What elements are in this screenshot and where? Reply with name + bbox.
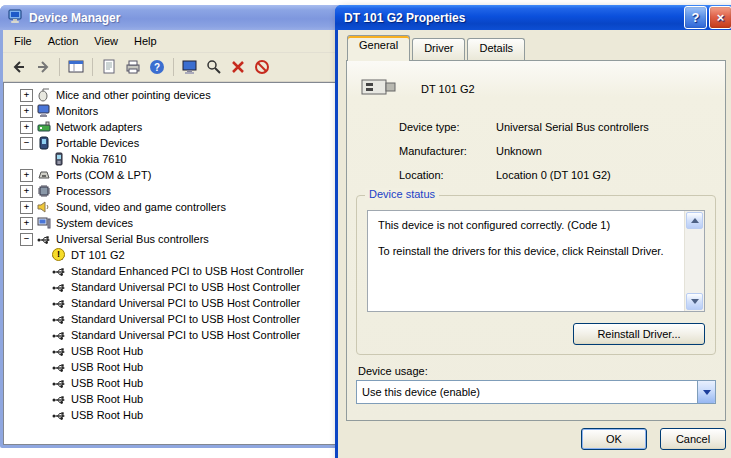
- menu-item-view[interactable]: View: [86, 32, 126, 50]
- device-field: Device type:Universal Serial Bus control…: [399, 121, 715, 133]
- menu-item-help[interactable]: Help: [126, 32, 165, 50]
- tree-item-label: Sound, video and game controllers: [56, 201, 226, 213]
- combobox-dropdown-button[interactable]: [697, 381, 715, 403]
- usb-icon: [52, 392, 66, 406]
- dialog-body: GeneralDriverDetails DT 101 G2 Device ty…: [338, 30, 731, 458]
- device-name: DT 101 G2: [421, 83, 475, 95]
- usb-icon: [52, 360, 66, 374]
- device-status-box: This device is not configured correctly.…: [367, 210, 705, 312]
- status-line: To reinstall the drivers for this device…: [378, 245, 678, 258]
- print-icon[interactable]: [122, 56, 144, 78]
- tree-item-label: Mice and other pointing devices: [56, 89, 211, 101]
- expand-icon[interactable]: +: [20, 89, 33, 102]
- properties-icon[interactable]: [98, 56, 120, 78]
- field-value: Unknown: [496, 145, 542, 157]
- network-icon: [37, 120, 51, 134]
- device-field: Manufacturer:Unknown: [399, 145, 715, 157]
- dialog-titlebar[interactable]: DT 101 G2 Properties ? ×: [335, 5, 731, 30]
- device-status-group: Device status This device is not configu…: [356, 195, 716, 355]
- console-window-icon[interactable]: [65, 56, 87, 78]
- device-usage-label: Device usage:: [358, 365, 428, 377]
- usb-icon: !: [52, 248, 66, 262]
- tab-general[interactable]: General: [347, 35, 410, 61]
- toolbar-separator: [59, 58, 60, 76]
- help-icon[interactable]: ?: [146, 56, 168, 78]
- uninstall-icon[interactable]: [227, 56, 249, 78]
- dialog-title: DT 101 G2 Properties: [344, 11, 682, 25]
- expand-icon[interactable]: +: [20, 121, 33, 134]
- device-manager-title: Device Manager: [29, 11, 120, 25]
- device-manager-icon: [8, 8, 24, 27]
- usb-icon: [52, 264, 66, 278]
- field-label: Location:: [399, 169, 496, 181]
- processor-icon: [37, 184, 51, 198]
- tree-item-label: Standard Universal PCI to USB Host Contr…: [71, 297, 300, 309]
- toolbar-separator: [92, 58, 93, 76]
- scrollbar-down-icon[interactable]: [686, 293, 703, 310]
- expand-icon[interactable]: +: [20, 185, 33, 198]
- tab-driver[interactable]: Driver: [412, 38, 465, 60]
- tree-item-label: USB Root Hub: [71, 409, 143, 421]
- usb-icon: [52, 344, 66, 358]
- tree-item-label: Standard Enhanced PCI to USB Host Contro…: [71, 265, 304, 277]
- tab-strip: GeneralDriverDetails: [347, 39, 527, 61]
- scan-hardware-icon[interactable]: [203, 56, 225, 78]
- expand-icon[interactable]: +: [20, 217, 33, 230]
- device-field: Location:Location 0 (DT 101 G2): [399, 169, 715, 181]
- usb-icon: [52, 376, 66, 390]
- status-scrollbar[interactable]: [684, 211, 704, 311]
- device-status-text: This device is not configured correctly.…: [368, 211, 704, 258]
- svg-text:?: ?: [154, 62, 160, 73]
- ports-icon: [37, 168, 51, 182]
- usb-icon: [52, 408, 66, 422]
- portable-icon: [37, 136, 51, 150]
- collapse-icon[interactable]: −: [20, 137, 33, 150]
- system-icon: [37, 216, 51, 230]
- tree-item-label: Standard Universal PCI to USB Host Contr…: [71, 313, 300, 325]
- expand-icon[interactable]: +: [20, 169, 33, 182]
- field-label: Device type:: [399, 121, 496, 133]
- chevron-down-icon: [703, 390, 711, 395]
- disable-icon[interactable]: [251, 56, 273, 78]
- dialog-buttons: OK Cancel: [581, 428, 726, 450]
- tree-item-label: Nokia 7610: [71, 153, 127, 165]
- collapse-icon[interactable]: −: [20, 233, 33, 246]
- help-button[interactable]: ?: [684, 6, 707, 29]
- tree-item-label: Universal Serial Bus controllers: [56, 233, 209, 245]
- back-icon[interactable]: [8, 56, 30, 78]
- tree-item-label: Processors: [56, 185, 111, 197]
- tree-item-label: USB Root Hub: [71, 377, 143, 389]
- tree-item-label: USB Root Hub: [71, 393, 143, 405]
- status-line: This device is not configured correctly.…: [378, 219, 678, 232]
- close-button[interactable]: ×: [709, 6, 731, 29]
- mouse-icon: [37, 88, 51, 102]
- monitor-icon: [37, 104, 51, 118]
- usb-device-icon: [361, 73, 401, 103]
- field-value: Location 0 (DT 101 G2): [496, 169, 611, 181]
- menu-item-file[interactable]: File: [6, 32, 40, 50]
- expand-icon[interactable]: +: [20, 105, 33, 118]
- tree-item-label: Standard Universal PCI to USB Host Contr…: [71, 281, 300, 293]
- usb-icon: [52, 312, 66, 326]
- menu-item-action[interactable]: Action: [40, 32, 87, 50]
- scrollbar-up-icon[interactable]: [686, 212, 703, 229]
- usb-icon: [37, 232, 51, 246]
- tree-item-label: Standard Universal PCI to USB Host Contr…: [71, 329, 300, 341]
- tab-details[interactable]: Details: [467, 38, 525, 60]
- device-usage-value: Use this device (enable): [357, 381, 697, 403]
- device-fields: Device type:Universal Serial Bus control…: [399, 121, 715, 193]
- ok-button[interactable]: OK: [581, 428, 647, 450]
- device-usage-combobox[interactable]: Use this device (enable): [356, 380, 716, 404]
- usb-icon: [52, 328, 66, 342]
- forward-icon[interactable]: [32, 56, 54, 78]
- tree-item-label: System devices: [56, 217, 133, 229]
- update-driver-icon[interactable]: [179, 56, 201, 78]
- expand-icon[interactable]: +: [20, 201, 33, 214]
- tree-item-label: USB Root Hub: [71, 361, 143, 373]
- warning-icon: !: [52, 248, 65, 261]
- reinstall-driver-button[interactable]: Reinstall Driver...: [573, 323, 705, 345]
- usb-icon: [52, 280, 66, 294]
- tree-item-label: USB Root Hub: [71, 345, 143, 357]
- device-status-legend: Device status: [365, 188, 439, 200]
- cancel-button[interactable]: Cancel: [660, 428, 726, 450]
